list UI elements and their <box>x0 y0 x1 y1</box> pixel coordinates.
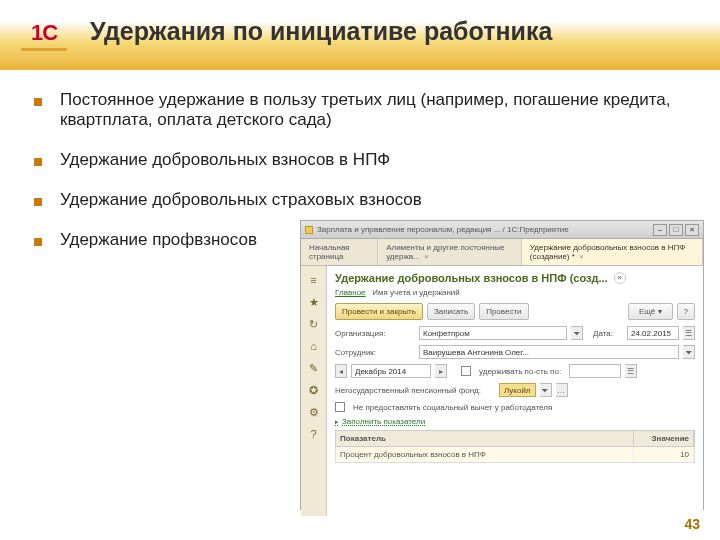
page-number: 43 <box>684 516 700 532</box>
no-deduction-checkbox[interactable] <box>335 402 345 412</box>
close-icon[interactable]: × <box>424 252 429 261</box>
npf-label: Негосударственный пенсионный фонд: <box>335 386 495 395</box>
bullet-icon <box>34 158 42 166</box>
mode-checkbox[interactable] <box>461 366 471 376</box>
bullet-item: Удержание добровольных взносов в НПФ <box>34 150 690 170</box>
logo-1c: 1C <box>14 6 74 66</box>
favorites-icon[interactable]: ★ <box>306 294 322 310</box>
npf-select[interactable]: Лукойл <box>499 383 536 397</box>
mode-date-input[interactable] <box>569 364 621 378</box>
table-row[interactable]: Процент добровольных взносов в НПФ 10 <box>335 447 695 463</box>
employee-label: Сотрудник: <box>335 348 415 357</box>
close-button[interactable]: × <box>685 224 699 236</box>
period-next-icon[interactable]: ▸ <box>435 364 447 378</box>
minimize-button[interactable]: – <box>653 224 667 236</box>
no-deduction-label: Не предоставлять социальный вычет у рабо… <box>353 403 552 412</box>
org-label: Организация: <box>335 329 415 338</box>
app-titlebar: Зарплата и управление персоналом, редакц… <box>301 221 703 239</box>
indicators-table-header: Показатель Значение <box>335 430 695 447</box>
tab-aliments[interactable]: Алименты и другие постоянные удержа...× <box>378 239 522 265</box>
save-button[interactable]: Записать <box>427 303 475 320</box>
form-title: Удержание добровольных взносов в НПФ (со… <box>335 272 608 284</box>
history-icon[interactable]: ↻ <box>306 316 322 332</box>
tab-bar: Начальная страница Алименты и другие пос… <box>301 239 703 266</box>
settings-icon[interactable]: ⚙ <box>306 404 322 420</box>
app-window: Зарплата и управление персоналом, редакц… <box>300 220 704 510</box>
col-value: Значение <box>634 431 694 446</box>
employee-picker-icon[interactable]: ⏷ <box>683 345 695 359</box>
breadcrumb: Главное Имя учета и удержаний <box>335 288 695 297</box>
slide-title: Удержания по инициативе работника <box>90 18 552 46</box>
mode-date-picker-icon[interactable]: ☰ <box>625 364 637 378</box>
period-input[interactable]: Декабрь 2014 <box>351 364 431 378</box>
close-icon[interactable]: × <box>579 252 584 261</box>
form-area: Удержание добровольных взносов в НПФ (со… <box>327 266 703 516</box>
home-icon[interactable]: ⌂ <box>306 338 322 354</box>
bullet-item: Удержание добровольных страховых взносов <box>34 190 690 210</box>
help-button[interactable]: ? <box>677 303 695 320</box>
post-button[interactable]: Провести <box>479 303 528 320</box>
app-icon <box>305 226 313 234</box>
cell-value: 10 <box>634 447 694 462</box>
tab-home[interactable]: Начальная страница <box>301 239 378 265</box>
cell-indicator: Процент добровольных взносов в НПФ <box>336 447 634 462</box>
tab-npf-deduction[interactable]: Удержание добровольных взносов в НПФ (со… <box>522 239 703 265</box>
npf-picker-icon[interactable]: ⏷ <box>540 383 552 397</box>
maximize-button[interactable]: □ <box>669 224 683 236</box>
app-sidebar: ≡ ★ ↻ ⌂ ✎ ✪ ⚙ ? <box>301 266 327 516</box>
date-picker-icon[interactable]: ☰ <box>683 326 695 340</box>
org-picker-icon[interactable]: ⏷ <box>571 326 583 340</box>
bullet-icon <box>34 198 42 206</box>
more-button[interactable]: Ещё ▾ <box>628 303 673 320</box>
employee-input[interactable]: Ваирушева Антонина Олег... <box>419 345 679 359</box>
bullet-item: Постоянное удержание в пользу третьих ли… <box>34 90 690 130</box>
fill-indicators-link[interactable]: Заполнить показатели <box>335 417 695 426</box>
date-input[interactable]: 24.02.2015 <box>627 326 679 340</box>
bullet-icon <box>34 98 42 106</box>
date-label: Дата: <box>593 329 623 338</box>
form-help-icon[interactable]: × <box>614 272 626 284</box>
slide-header: 1C Удержания по инициативе работника <box>0 0 720 70</box>
help-icon[interactable]: ? <box>306 426 322 442</box>
star2-icon[interactable]: ✪ <box>306 382 322 398</box>
breadcrumb-sub: Имя учета и удержаний <box>372 288 460 297</box>
mode-label: удерживать по-сть по: <box>479 367 561 376</box>
breadcrumb-main[interactable]: Главное <box>335 288 366 297</box>
bullet-icon <box>34 238 42 246</box>
app-window-title: Зарплата и управление персоналом, редакц… <box>317 225 651 234</box>
post-and-close-button[interactable]: Провести и закрыть <box>335 303 423 320</box>
menu-icon[interactable]: ≡ <box>306 272 322 288</box>
org-input[interactable]: Конфетпром <box>419 326 567 340</box>
npf-open-icon[interactable]: … <box>556 383 568 397</box>
edit-icon[interactable]: ✎ <box>306 360 322 376</box>
col-indicator: Показатель <box>336 431 634 446</box>
period-prev-icon[interactable]: ◂ <box>335 364 347 378</box>
